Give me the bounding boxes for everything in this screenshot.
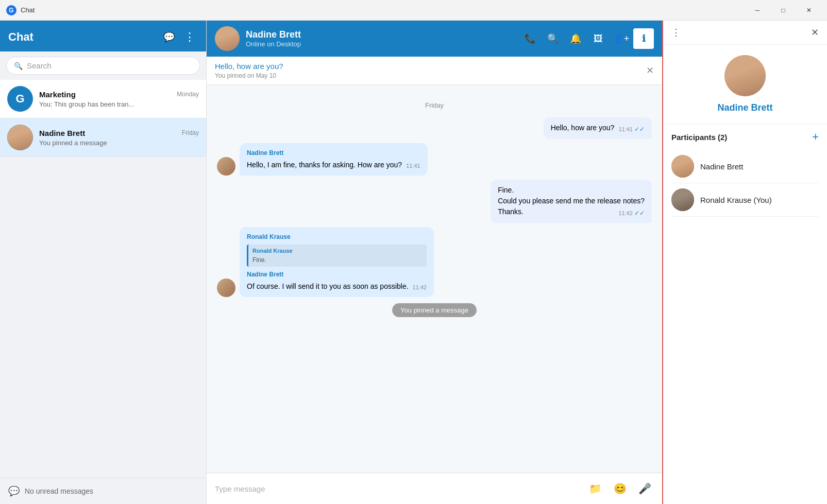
message-row-4: Ronald Krause Ronald Krause Fine. Nadine… [217, 227, 652, 297]
info-button[interactable]: ℹ [633, 28, 654, 49]
bubble-3: Fine.Could you please send me the releas… [491, 180, 652, 223]
maximize-button[interactable]: □ [771, 2, 795, 19]
pinned-pill: You pinned a message [392, 303, 477, 317]
sidebar-header: Chat 💬 ⋮ [0, 21, 206, 51]
participants-header: Participants (2) + [671, 130, 819, 144]
mic-button[interactable]: 🎤 [635, 479, 654, 498]
footer-text: No unread messages [25, 487, 93, 495]
bubble-1: Hello, how are you? 11:41 ✓✓ [544, 117, 652, 139]
attach-file-button[interactable]: 📁 [586, 479, 604, 498]
message-input[interactable] [215, 484, 580, 493]
quoted-sender: Ronald Krause [252, 247, 423, 255]
attach-icon: 📁 [589, 482, 602, 495]
info-close-icon: ✕ [811, 27, 819, 38]
phone-icon: 📞 [525, 33, 536, 44]
add-participant-button[interactable]: + [812, 130, 819, 144]
bubble-text-1: Hello, how are you? [551, 124, 615, 132]
search-chat-button[interactable]: 🔍 [543, 28, 563, 49]
chat-header-status: Online on Desktop [246, 40, 514, 48]
chat-header-avatar [215, 26, 240, 51]
checkmarks-3: ✓✓ [634, 210, 645, 217]
conversation-list: G Marketing Monday You: This group has b… [0, 80, 206, 478]
info-close-button[interactable]: ✕ [811, 27, 819, 38]
header-avatar-face [215, 26, 240, 51]
chat-preview: You: This group has been tran... [39, 100, 199, 108]
info-profile-avatar [724, 55, 766, 96]
new-chat-icon: 💬 [163, 31, 175, 43]
media-button[interactable]: 🖼 [588, 28, 609, 49]
checkmarks-1: ✓✓ [634, 126, 645, 133]
messages-area: Friday Hello, how are you? 11:41 ✓✓ Nadi… [207, 85, 662, 473]
bubble-time-2: 11:41 [406, 162, 420, 170]
chat-item-marketing[interactable]: G Marketing Monday You: This group has b… [0, 80, 206, 118]
search-box: 🔍 [6, 57, 200, 75]
notification-button[interactable]: 🔔 [565, 28, 586, 49]
app-title: Chat [21, 6, 746, 14]
sidebar-title: Chat [8, 30, 33, 44]
chat-header-actions: 📞 🔍 🔔 🖼 👤+ ℹ [520, 28, 654, 49]
bubble-time-1: 11:41 ✓✓ [618, 125, 645, 134]
bubble-sender-2: Nadine Brett [247, 148, 420, 158]
chat-info-marketing: Marketing Monday You: This group has bee… [39, 90, 199, 108]
bubble-4: Ronald Krause Ronald Krause Fine. Nadine… [240, 227, 434, 297]
bubble-time-4: 11:42 [413, 283, 427, 292]
bubble-2: Nadine Brett Hello, I am fine, thanks fo… [240, 143, 428, 176]
bubble-text-2: Hello, I am fine, thanks for asking. How… [247, 161, 402, 169]
new-chat-button[interactable]: 💬 [161, 29, 177, 45]
window-controls: ─ □ ✕ [746, 2, 821, 19]
info-panel: ⋮ ✕ Nadine Brett Participants (2) + [662, 21, 827, 504]
more-options-icon: ⋮ [184, 30, 195, 44]
chat-header: Nadine Brett Online on Desktop 📞 🔍 🔔 🖼 👤… [207, 21, 662, 57]
call-button[interactable]: 📞 [520, 28, 541, 49]
day-divider: Friday [217, 101, 652, 109]
bubble-text-4: Of course. I will send it to you as soon… [247, 282, 409, 290]
add-person-button[interactable]: 👤+ [611, 28, 631, 49]
nadine-name-row: Nadine Brett Friday [39, 129, 199, 137]
sidebar-more-button[interactable]: ⋮ [181, 29, 198, 45]
search-area: 🔍 [0, 51, 206, 80]
sidebar: Chat 💬 ⋮ 🔍 G [0, 21, 206, 504]
mic-icon: 🎤 [638, 482, 651, 495]
plus-icon: + [812, 130, 819, 143]
chat-name: Marketing [39, 90, 76, 99]
minimize-button[interactable]: ─ [746, 2, 769, 19]
nadine-avatar [7, 125, 33, 150]
search-input[interactable] [27, 61, 192, 70]
info-contact-name: Nadine Brett [717, 102, 772, 113]
info-avatar-face [724, 55, 766, 96]
group-avatar: G [7, 86, 33, 112]
message-row-2: Nadine Brett Hello, I am fine, thanks fo… [217, 143, 652, 176]
nadine-chat-time: Friday [182, 129, 199, 136]
titlebar: G Chat ─ □ ✕ [0, 0, 827, 21]
pinned-subtitle: You pinned on May 10 [215, 72, 283, 79]
chat-name-row: Marketing Monday [39, 90, 199, 99]
info-menu-button[interactable]: ⋮ [671, 27, 681, 38]
participants-title: Participants (2) [671, 133, 727, 142]
chat-info-nadine: Nadine Brett Friday You pinned a message [39, 129, 199, 147]
info-profile: Nadine Brett [663, 45, 827, 124]
participant-ronald-avatar [671, 188, 694, 211]
participant-nadine-name: Nadine Brett [700, 162, 743, 171]
search-icon: 🔍 [14, 62, 23, 70]
sidebar-header-actions: 💬 ⋮ [161, 29, 198, 45]
bubble-time-3: 11:42 ✓✓ [618, 208, 645, 218]
pinned-link[interactable]: Hello, how are you? [215, 62, 283, 71]
pinned-close-button[interactable]: ✕ [646, 65, 654, 76]
message-input-area: 📁 😊 🎤 [207, 473, 662, 504]
pinned-content: Hello, how are you? You pinned on May 10 [215, 62, 283, 79]
chat-header-name: Nadine Brett [246, 29, 514, 40]
message-row-1: Hello, how are you? 11:41 ✓✓ [217, 117, 652, 139]
emoji-button[interactable]: 😊 [611, 479, 629, 498]
info-icon: ℹ [642, 33, 646, 44]
chat-item-nadine[interactable]: Nadine Brett Friday You pinned a message [0, 118, 206, 157]
bubble-sender-4: Ronald Krause [247, 232, 427, 241]
nadine-chat-preview: You pinned a message [39, 139, 199, 147]
app-logo: G [6, 5, 16, 15]
sub-sender: Nadine Brett [247, 270, 427, 279]
image-icon: 🖼 [594, 33, 603, 44]
quoted-message: Ronald Krause Fine. [247, 245, 427, 267]
close-button[interactable]: ✕ [797, 2, 821, 19]
nadine-avatar-face [7, 125, 33, 150]
nadine-msg-avatar-4 [217, 279, 235, 297]
sidebar-footer: 💬 No unread messages [0, 478, 206, 504]
